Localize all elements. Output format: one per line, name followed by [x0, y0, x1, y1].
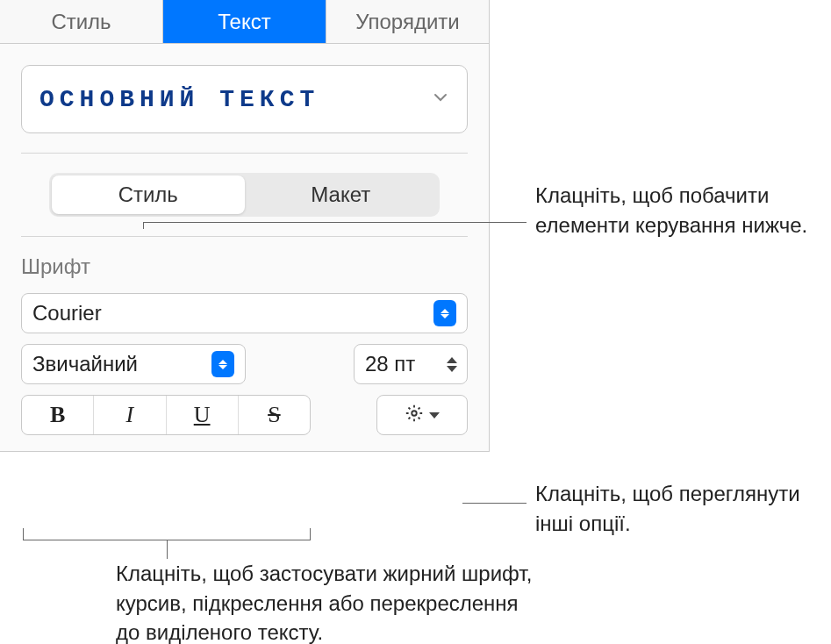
font-weight-select[interactable]: Звичайний — [21, 344, 246, 384]
font-size-value: 28 пт — [365, 352, 442, 376]
font-family-value: Courier — [32, 301, 433, 326]
tab-style[interactable]: Стиль — [0, 0, 163, 43]
updown-icon — [211, 351, 234, 377]
style-layout-segmented: Стиль Макет — [49, 173, 440, 217]
callout-bracket — [23, 528, 311, 540]
paragraph-style-selector[interactable]: ОСНОВНИЙ ТЕКСТ — [21, 65, 468, 133]
paragraph-style-label: ОСНОВНИЙ ТЕКСТ — [39, 86, 319, 113]
callout-leader — [462, 503, 527, 504]
divider — [21, 153, 468, 154]
font-weight-value: Звичайний — [32, 352, 211, 376]
strikethrough-button[interactable]: S — [239, 396, 310, 434]
chevron-down-icon — [432, 89, 449, 110]
underline-button[interactable]: U — [167, 396, 239, 434]
font-section: Шрифт Courier Звичайний 28 пт — [21, 254, 468, 435]
font-family-select[interactable]: Courier — [21, 293, 468, 333]
format-tabs: Стиль Текст Упорядити — [0, 0, 489, 44]
tab-text[interactable]: Текст — [163, 0, 326, 43]
font-size-stepper[interactable]: 28 пт — [354, 344, 468, 384]
stepper-icon — [442, 357, 462, 372]
callout-segmented-hint: Клацніть, щоб побачити елементи керуванн… — [535, 181, 816, 240]
seg-layout[interactable]: Макет — [245, 175, 438, 214]
callout-leader — [143, 222, 144, 229]
seg-style[interactable]: Стиль — [52, 175, 245, 214]
format-panel: Стиль Текст Упорядити ОСНОВНИЙ ТЕКСТ Сти… — [0, 0, 490, 452]
callout-advanced-hint: Клацніть, щоб переглянути інші опції. — [535, 479, 825, 538]
tab-arrange[interactable]: Упорядити — [326, 0, 489, 43]
svg-point-0 — [412, 411, 417, 416]
divider — [21, 236, 468, 237]
updown-icon — [433, 300, 456, 326]
chevron-down-icon — [429, 412, 440, 419]
advanced-options-button[interactable] — [376, 395, 468, 435]
callout-leader — [167, 540, 168, 559]
callout-bius-hint: Клацніть, щоб застосувати жирний шрифт, … — [116, 559, 537, 644]
italic-button[interactable]: I — [94, 396, 166, 434]
font-section-label: Шрифт — [21, 254, 468, 279]
callout-leader — [143, 222, 527, 223]
gear-icon — [405, 404, 424, 426]
font-style-group: B I U S — [21, 395, 311, 435]
bold-button[interactable]: B — [22, 396, 94, 434]
